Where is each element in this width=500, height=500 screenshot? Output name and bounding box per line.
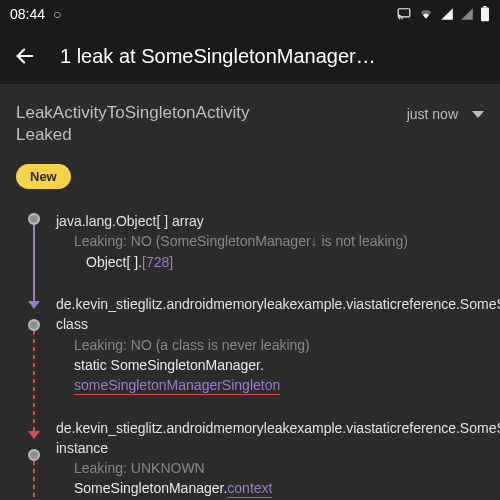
new-badge: New [16, 164, 71, 189]
back-arrow-icon[interactable] [14, 45, 36, 67]
trace-class: java.lang.Object[ ] array [56, 213, 204, 229]
trace-line-purple [33, 225, 35, 301]
trace-leaking-status: Leaking: NO (a class is never leaking) [56, 335, 500, 355]
app-bar: 1 leak at SomeSingletonManager… [0, 28, 500, 84]
wifi-icon [418, 7, 434, 21]
trace-line-red [33, 461, 35, 500]
signal-icon [440, 7, 454, 21]
leak-time: just now [407, 106, 458, 122]
trace-class: de.kevin_stieglitz.androidmemoryleakexam… [56, 296, 500, 332]
trace-arrow-purple-icon [28, 301, 40, 309]
trace-ref-link: someSingletonManagerSingleton [74, 377, 280, 395]
trace-leaking-status: Leaking: UNKNOWN [56, 458, 500, 478]
leak-title-line2: Leaked [16, 124, 249, 146]
status-dot-icon: ○ [53, 6, 61, 22]
trace-block[interactable]: java.lang.Object[ ] array Leaking: NO (S… [56, 211, 500, 272]
trace-node-icon [28, 213, 40, 225]
trace-block[interactable]: de.kevin_stieglitz.androidmemoryleakexam… [56, 294, 500, 395]
app-bar-title: 1 leak at SomeSingletonManager… [60, 45, 376, 68]
trace-ref-link: [728] [142, 254, 173, 270]
time-dropdown[interactable]: just now [407, 106, 484, 122]
status-time: 08:44 [10, 6, 45, 22]
leak-trace: java.lang.Object[ ] array Leaking: NO (S… [16, 211, 484, 500]
leak-title-line1: LeakActivityToSingletonActivity [16, 102, 249, 124]
trace-ref-prefix: Object[ ]. [86, 254, 142, 270]
trace-ref-prefix: static SomeSingletonManager. [74, 357, 264, 373]
chevron-down-icon [472, 111, 484, 118]
svg-rect-1 [481, 8, 489, 22]
signal-icon-2 [460, 7, 474, 21]
trace-class: de.kevin_stieglitz.androidmemoryleakexam… [56, 420, 500, 456]
battery-icon [480, 6, 490, 22]
trace-line-red [33, 331, 35, 431]
trace-ref-prefix: SomeSingletonManager. [74, 480, 227, 496]
trace-gutter [16, 211, 56, 500]
trace-ref-link: context [227, 480, 272, 498]
status-bar: 08:44 ○ [0, 0, 500, 28]
trace-node-icon [28, 319, 40, 331]
main-content: LeakActivityToSingletonActivity Leaked j… [0, 84, 500, 500]
trace-leaking-status: Leaking: NO (SomeSingletonManager↓ is no… [56, 231, 500, 251]
trace-block[interactable]: de.kevin_stieglitz.androidmemoryleakexam… [56, 418, 500, 499]
svg-rect-2 [483, 6, 486, 8]
trace-arrow-red-icon [28, 431, 40, 439]
leak-header: LeakActivityToSingletonActivity Leaked j… [16, 102, 484, 146]
cast-icon [396, 7, 412, 21]
trace-node-icon [28, 449, 40, 461]
